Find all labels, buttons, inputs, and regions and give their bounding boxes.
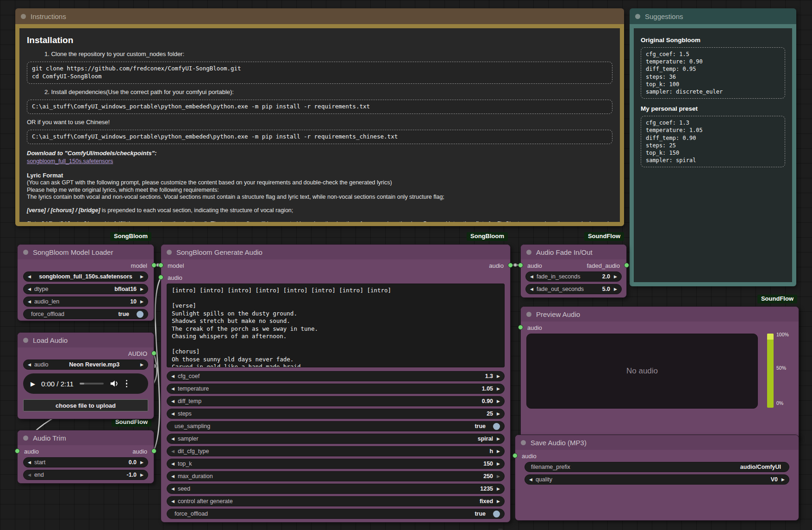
collapse-dot-icon[interactable] (526, 312, 531, 317)
widget-end[interactable]: ◀ end -1.0 ▶ (23, 470, 148, 480)
decrement-arrow-icon[interactable]: ◀ (529, 478, 532, 482)
widget-dtype[interactable]: ◀ dtype bfloat16 ▶ (23, 284, 148, 294)
increment-arrow-icon[interactable]: ▶ (497, 449, 500, 454)
widget-seed[interactable]: ◀ seed 1235 ▶ (167, 484, 505, 494)
collapse-dot-icon[interactable] (521, 440, 526, 445)
widget-steps[interactable]: ◀ steps 25 ▶ (167, 409, 505, 419)
decrement-arrow-icon[interactable]: ◀ (171, 474, 175, 479)
collapse-dot-icon[interactable] (635, 14, 640, 19)
input-port-audio[interactable] (512, 453, 518, 458)
node-titlebar[interactable]: Audio Trim (18, 430, 154, 445)
model-download-link[interactable]: songbloom_full_150s.safetensors (27, 158, 113, 165)
decrement-arrow-icon[interactable]: ◀ (530, 275, 533, 279)
decrement-arrow-icon[interactable]: ◀ (171, 387, 175, 391)
node-audio-fade[interactable]: Audio Fade In/Out audio faded_audio ◀ fa… (520, 244, 627, 298)
node-titlebar[interactable]: Audio Fade In/Out (521, 245, 626, 259)
decrement-arrow-icon[interactable]: ◀ (171, 399, 175, 404)
toggle-knob-icon[interactable] (137, 311, 144, 318)
increment-arrow-icon[interactable]: ▶ (140, 287, 144, 291)
volume-icon[interactable] (110, 379, 119, 388)
decrement-arrow-icon[interactable]: ◀ (171, 499, 175, 504)
decrement-arrow-icon[interactable]: ◀ (530, 287, 533, 291)
collapse-dot-icon[interactable] (23, 338, 28, 343)
widget-force_offload-toggle[interactable]: force_offload true (23, 309, 148, 319)
output-port-faded-audio[interactable] (624, 263, 629, 268)
node-songbloom-model-loader[interactable]: SongBloom Model Loader model ◀ songbloom… (17, 244, 154, 321)
collapse-dot-icon[interactable] (167, 250, 172, 255)
widget-fade_out_seconds[interactable]: ◀ fade_out_seconds 5.0 ▶ (525, 284, 622, 294)
widget-audio-file[interactable]: ◀ audio Neon Reverie.mp3 ▶ (23, 360, 148, 370)
widget-sampler[interactable]: ◀ sampler spiral ▶ (167, 434, 505, 444)
increment-arrow-icon[interactable]: ▶ (140, 275, 144, 279)
toggle-knob-icon[interactable] (493, 511, 500, 517)
node-titlebar[interactable]: Load Audio (18, 333, 154, 347)
input-port-audio[interactable] (15, 448, 20, 454)
input-port-model[interactable] (158, 263, 163, 268)
widget-dit_cfg_type[interactable]: ◀ dit_cfg_type h ▶ (167, 446, 505, 456)
increment-arrow-icon[interactable]: ▶ (497, 474, 500, 479)
decrement-arrow-icon[interactable]: ◀ (28, 287, 31, 291)
node-titlebar[interactable]: Save Audio (MP3) (515, 435, 799, 450)
increment-arrow-icon[interactable]: ▶ (140, 300, 144, 304)
increment-arrow-icon[interactable]: ▶ (781, 478, 785, 482)
volume-slider-handle[interactable] (767, 334, 774, 340)
decrement-arrow-icon[interactable]: ◀ (171, 487, 175, 491)
input-port-audio[interactable] (518, 263, 523, 268)
input-port-audio[interactable] (158, 275, 163, 280)
decrement-arrow-icon[interactable]: ◀ (171, 412, 175, 416)
node-titlebar[interactable]: SongBloom Model Loader (18, 245, 154, 259)
collapse-dot-icon[interactable] (21, 14, 26, 19)
input-port-audio[interactable] (518, 325, 523, 330)
increment-arrow-icon[interactable]: ▶ (497, 412, 500, 416)
widget-max_duration[interactable]: ◀ max_duration 250 ▶ (167, 471, 505, 481)
decrement-arrow-icon[interactable]: ◀ (171, 437, 175, 441)
output-port-audio[interactable] (508, 263, 513, 268)
widget-control-after-generate[interactable]: ◀ control after generate fixed ▶ (167, 496, 505, 506)
node-preview-audio[interactable]: Preview Audio audio No audio 100% 50% 0% (520, 306, 799, 441)
collapse-dot-icon[interactable] (526, 250, 531, 255)
increment-arrow-icon[interactable]: ▶ (140, 363, 144, 367)
increment-arrow-icon[interactable]: ▶ (497, 374, 500, 379)
player-menu-icon[interactable] (126, 380, 128, 388)
widget-temperature[interactable]: ◀ temperature 1.05 ▶ (167, 384, 505, 394)
widget-fade_in_seconds[interactable]: ◀ fade_in_seconds 2.0 ▶ (525, 271, 622, 282)
volume-slider[interactable] (767, 334, 774, 408)
widget-audio_len[interactable]: ◀ audio_len 10 ▶ (23, 297, 148, 307)
instructions-panel[interactable]: Instructions Installation 1. Clone the r… (15, 8, 624, 226)
audio-player[interactable]: ▶ 0:00 / 2:11 (23, 373, 148, 394)
increment-arrow-icon[interactable]: ▶ (497, 462, 500, 466)
widget-force_offload-toggle[interactable]: force_offload true (167, 509, 505, 519)
decrement-arrow-icon[interactable]: ◀ (28, 363, 31, 367)
suggestions-panel-titlebar[interactable]: Suggestions (630, 8, 796, 24)
collapse-dot-icon[interactable] (23, 435, 28, 441)
widget-model-file[interactable]: ◀ songbloom_full_150s.safetensors ▶ (23, 271, 148, 282)
node-audio-trim[interactable]: Audio Trim audio audio ◀ start 0.0 ▶ ◀ e… (17, 430, 154, 484)
player-seekbar[interactable] (80, 383, 104, 385)
widget-use_sampling-toggle[interactable]: use_sampling true (167, 421, 505, 431)
widget-diff_temp[interactable]: ◀ diff_temp 0.90 ▶ (167, 396, 505, 406)
increment-arrow-icon[interactable]: ▶ (614, 287, 617, 291)
decrement-arrow-icon[interactable]: ◀ (171, 374, 175, 379)
widget-filename_prefix[interactable]: filename_prefix audio/ComfyUI (525, 462, 789, 472)
suggestions-panel[interactable]: Suggestions Original Songbloom cfg_coef:… (630, 8, 796, 286)
instructions-panel-titlebar[interactable]: Instructions (15, 8, 624, 24)
decrement-arrow-icon[interactable]: ◀ (28, 461, 31, 465)
play-button-icon[interactable]: ▶ (31, 380, 35, 387)
widget-cfg_coef[interactable]: ◀ cfg_coef 1.3 ▶ (167, 371, 505, 381)
widget-top_k[interactable]: ◀ top_k 150 ▶ (167, 459, 505, 469)
increment-arrow-icon[interactable]: ▶ (497, 437, 500, 441)
increment-arrow-icon[interactable]: ▶ (497, 487, 500, 491)
decrement-arrow-icon[interactable]: ◀ (171, 462, 175, 466)
decrement-arrow-icon[interactable]: ◀ (28, 275, 31, 279)
node-titlebar[interactable]: SongBloom Generate Audio (161, 245, 510, 259)
output-port-audio[interactable] (151, 351, 156, 356)
node-save-audio-mp3[interactable]: Save Audio (MP3) audio filename_prefix a… (515, 435, 799, 521)
collapse-dot-icon[interactable] (23, 250, 28, 255)
increment-arrow-icon[interactable]: ▶ (140, 473, 144, 477)
output-port-model[interactable] (151, 263, 156, 268)
node-titlebar[interactable]: Preview Audio (521, 307, 799, 322)
node-load-audio[interactable]: Load Audio AUDIO ◀ audio Neon Reverie.mp… (17, 332, 154, 419)
output-port-audio[interactable] (151, 448, 156, 454)
increment-arrow-icon[interactable]: ▶ (614, 275, 617, 279)
increment-arrow-icon[interactable]: ▶ (497, 499, 500, 504)
